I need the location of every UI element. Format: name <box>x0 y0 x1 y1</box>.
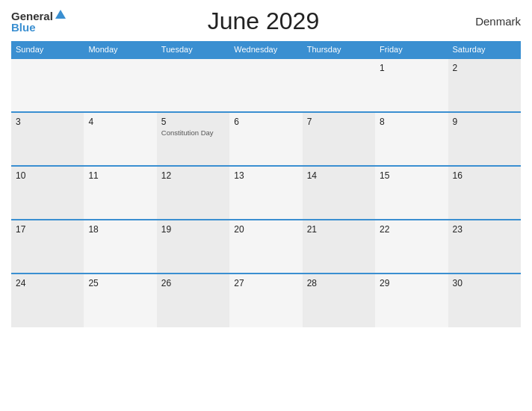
day-number: 23 <box>453 224 516 235</box>
day-number: 2 <box>453 63 516 73</box>
calendar-cell: 5Constitution Day <box>157 112 229 166</box>
calendar-cell: 21 <box>303 220 375 274</box>
logo-triangle-icon <box>55 10 66 19</box>
day-number: 26 <box>161 278 225 288</box>
weekday-thursday: Thursday <box>303 41 375 58</box>
calendar-cell: 16 <box>448 166 521 220</box>
day-number: 18 <box>88 224 152 235</box>
day-number: 13 <box>234 170 297 181</box>
day-number: 11 <box>88 170 152 181</box>
weekday-wednesday: Wednesday <box>229 41 302 58</box>
calendar-cell: 20 <box>229 220 302 274</box>
calendar-cell: 6 <box>229 112 302 166</box>
calendar-cell: 4 <box>84 112 156 166</box>
day-number: 10 <box>16 170 79 181</box>
calendar-cell: 18 <box>84 220 156 274</box>
calendar-cell <box>229 58 302 112</box>
day-number: 20 <box>234 224 297 235</box>
weekday-friday: Friday <box>375 41 448 58</box>
day-number: 1 <box>380 63 443 73</box>
calendar-cell: 2 <box>448 58 521 112</box>
day-number: 21 <box>307 224 371 235</box>
calendar-cell: 15 <box>375 166 448 220</box>
calendar-cell: 3 <box>11 112 84 166</box>
weekday-saturday: Saturday <box>448 41 521 58</box>
page-header: General Blue June 2029 Denmark <box>11 7 521 35</box>
calendar-cell <box>11 58 84 112</box>
calendar-cell: 27 <box>229 274 302 327</box>
calendar-cell: 28 <box>303 274 375 327</box>
calendar-header: Sunday Monday Tuesday Wednesday Thursday… <box>11 41 521 58</box>
day-number: 8 <box>380 117 443 127</box>
day-number: 24 <box>16 278 79 288</box>
calendar-cell: 25 <box>84 274 156 327</box>
calendar-cell <box>303 58 375 112</box>
day-number: 19 <box>161 224 225 235</box>
day-number: 16 <box>453 170 516 181</box>
calendar-cell: 26 <box>157 274 229 327</box>
calendar-cell: 17 <box>11 220 84 274</box>
day-number: 7 <box>307 117 371 127</box>
event-label: Constitution Day <box>161 129 225 137</box>
day-number: 12 <box>161 170 225 181</box>
calendar-cell: 30 <box>448 274 521 327</box>
day-number: 30 <box>453 278 516 288</box>
weekday-sunday: Sunday <box>11 41 84 58</box>
country-label: Denmark <box>461 15 521 28</box>
calendar-cell: 29 <box>375 274 448 327</box>
day-number: 22 <box>380 224 443 235</box>
calendar-cell: 22 <box>375 220 448 274</box>
weekday-monday: Monday <box>84 41 156 58</box>
day-number: 9 <box>453 117 516 127</box>
calendar-cell <box>84 58 156 112</box>
day-number: 28 <box>307 278 371 288</box>
calendar-cell: 12 <box>157 166 229 220</box>
calendar-body: 12345Constitution Day6789101112131415161… <box>11 58 521 327</box>
calendar-cell: 14 <box>303 166 375 220</box>
logo-blue-text: Blue <box>11 22 66 33</box>
logo: General Blue <box>11 10 66 33</box>
month-title: June 2029 <box>66 7 461 35</box>
calendar-cell: 24 <box>11 274 84 327</box>
calendar-cell: 1 <box>375 58 448 112</box>
calendar-cell: 19 <box>157 220 229 274</box>
day-number: 14 <box>307 170 371 181</box>
calendar-cell: 23 <box>448 220 521 274</box>
calendar-cell: 10 <box>11 166 84 220</box>
logo-general-text: General <box>11 10 53 22</box>
day-number: 3 <box>16 117 79 127</box>
calendar-cell: 8 <box>375 112 448 166</box>
calendar-cell: 9 <box>448 112 521 166</box>
day-number: 17 <box>16 224 79 235</box>
day-number: 29 <box>380 278 443 288</box>
day-number: 15 <box>380 170 443 181</box>
calendar-cell: 11 <box>84 166 156 220</box>
day-number: 6 <box>234 117 297 127</box>
calendar-table: Sunday Monday Tuesday Wednesday Thursday… <box>11 41 521 327</box>
day-number: 4 <box>88 117 152 127</box>
calendar-cell: 13 <box>229 166 302 220</box>
day-number: 27 <box>234 278 297 288</box>
calendar-cell <box>157 58 229 112</box>
day-number: 25 <box>88 278 152 288</box>
weekday-tuesday: Tuesday <box>157 41 229 58</box>
calendar-cell: 7 <box>303 112 375 166</box>
day-number: 5 <box>161 117 225 127</box>
